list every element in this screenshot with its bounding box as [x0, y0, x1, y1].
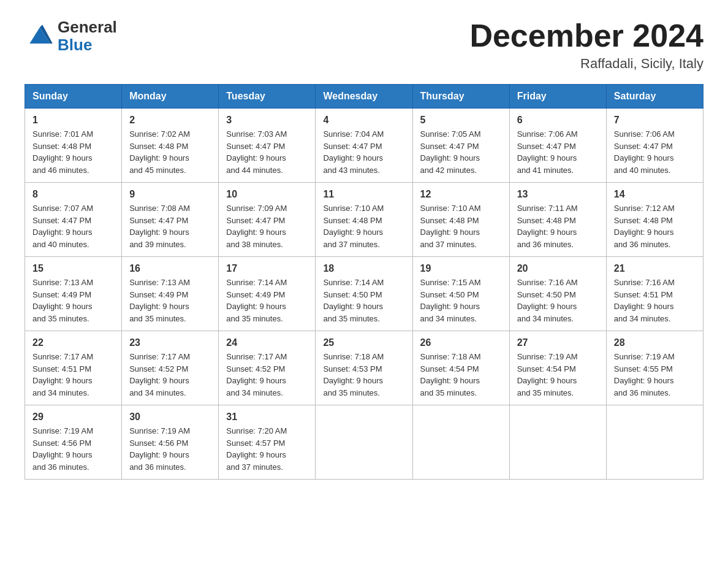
day-info: Sunrise: 7:12 AM Sunset: 4:48 PM Dayligh… — [614, 202, 696, 250]
day-info: Sunrise: 7:17 AM Sunset: 4:52 PM Dayligh… — [226, 351, 308, 399]
day-number: 23 — [129, 337, 211, 348]
calendar-cell: 26 Sunrise: 7:18 AM Sunset: 4:54 PM Dayl… — [412, 331, 509, 405]
day-number: 7 — [614, 115, 696, 126]
day-info: Sunrise: 7:04 AM Sunset: 4:47 PM Dayligh… — [323, 128, 404, 176]
calendar-cell — [606, 405, 703, 480]
day-info: Sunrise: 7:17 AM Sunset: 4:51 PM Dayligh… — [32, 351, 114, 399]
day-header-tuesday: Tuesday — [219, 85, 316, 109]
day-info: Sunrise: 7:06 AM Sunset: 4:47 PM Dayligh… — [517, 128, 599, 176]
calendar-cell: 14 Sunrise: 7:12 AM Sunset: 4:48 PM Dayl… — [606, 183, 703, 257]
day-number: 27 — [517, 337, 599, 348]
day-number: 10 — [226, 189, 308, 200]
calendar-cell: 29 Sunrise: 7:19 AM Sunset: 4:56 PM Dayl… — [25, 405, 122, 480]
day-number: 26 — [420, 337, 502, 348]
day-info: Sunrise: 7:19 AM Sunset: 4:55 PM Dayligh… — [614, 351, 696, 399]
logo-icon — [25, 21, 55, 52]
calendar-cell: 13 Sunrise: 7:11 AM Sunset: 4:48 PM Dayl… — [509, 183, 606, 257]
day-info: Sunrise: 7:06 AM Sunset: 4:47 PM Dayligh… — [614, 128, 696, 176]
calendar-cell: 5 Sunrise: 7:05 AM Sunset: 4:47 PM Dayli… — [412, 109, 509, 183]
title-area: December 2024 Raffadali, Sicily, Italy — [469, 18, 703, 72]
calendar-cell: 25 Sunrise: 7:18 AM Sunset: 4:53 PM Dayl… — [316, 331, 412, 405]
calendar-cell: 1 Sunrise: 7:01 AM Sunset: 4:48 PM Dayli… — [25, 109, 122, 183]
day-header-wednesday: Wednesday — [316, 85, 412, 109]
day-number: 1 — [32, 115, 114, 126]
day-info: Sunrise: 7:17 AM Sunset: 4:52 PM Dayligh… — [129, 351, 211, 399]
calendar-cell: 18 Sunrise: 7:14 AM Sunset: 4:50 PM Dayl… — [316, 257, 412, 331]
day-info: Sunrise: 7:08 AM Sunset: 4:47 PM Dayligh… — [129, 202, 211, 250]
calendar-week-row: 8 Sunrise: 7:07 AM Sunset: 4:47 PM Dayli… — [25, 183, 703, 257]
calendar-cell: 28 Sunrise: 7:19 AM Sunset: 4:55 PM Dayl… — [606, 331, 703, 405]
page-header: General Blue December 2024 Raffadali, Si… — [25, 18, 703, 72]
day-number: 20 — [517, 263, 599, 274]
day-info: Sunrise: 7:11 AM Sunset: 4:48 PM Dayligh… — [517, 202, 599, 250]
calendar-week-row: 29 Sunrise: 7:19 AM Sunset: 4:56 PM Dayl… — [25, 405, 703, 480]
day-number: 21 — [614, 263, 696, 274]
day-info: Sunrise: 7:02 AM Sunset: 4:48 PM Dayligh… — [129, 128, 211, 176]
day-info: Sunrise: 7:03 AM Sunset: 4:47 PM Dayligh… — [226, 128, 308, 176]
day-info: Sunrise: 7:14 AM Sunset: 4:50 PM Dayligh… — [323, 277, 404, 324]
day-header-monday: Monday — [122, 85, 219, 109]
day-info: Sunrise: 7:10 AM Sunset: 4:48 PM Dayligh… — [420, 202, 502, 250]
day-info: Sunrise: 7:16 AM Sunset: 4:51 PM Dayligh… — [614, 277, 696, 324]
day-info: Sunrise: 7:01 AM Sunset: 4:48 PM Dayligh… — [32, 128, 114, 176]
day-info: Sunrise: 7:13 AM Sunset: 4:49 PM Dayligh… — [129, 277, 211, 324]
logo: General Blue — [25, 18, 117, 53]
day-number: 25 — [323, 337, 404, 348]
day-number: 2 — [129, 115, 211, 126]
calendar-cell: 15 Sunrise: 7:13 AM Sunset: 4:49 PM Dayl… — [25, 257, 122, 331]
calendar-cell: 16 Sunrise: 7:13 AM Sunset: 4:49 PM Dayl… — [122, 257, 219, 331]
location-title: Raffadali, Sicily, Italy — [469, 56, 703, 72]
calendar-cell: 21 Sunrise: 7:16 AM Sunset: 4:51 PM Dayl… — [606, 257, 703, 331]
calendar-cell — [412, 405, 509, 480]
calendar-cell: 22 Sunrise: 7:17 AM Sunset: 4:51 PM Dayl… — [25, 331, 122, 405]
day-number: 14 — [614, 189, 696, 200]
day-number: 13 — [517, 189, 599, 200]
calendar-cell — [509, 405, 606, 480]
calendar-cell: 8 Sunrise: 7:07 AM Sunset: 4:47 PM Dayli… — [25, 183, 122, 257]
day-number: 29 — [32, 412, 114, 423]
calendar-cell: 2 Sunrise: 7:02 AM Sunset: 4:48 PM Dayli… — [122, 109, 219, 183]
day-number: 11 — [323, 189, 404, 200]
day-number: 4 — [323, 115, 404, 126]
calendar-cell: 11 Sunrise: 7:10 AM Sunset: 4:48 PM Dayl… — [316, 183, 412, 257]
calendar-cell: 30 Sunrise: 7:19 AM Sunset: 4:56 PM Dayl… — [122, 405, 219, 480]
day-number: 19 — [420, 263, 502, 274]
day-number: 22 — [32, 337, 114, 348]
calendar-cell: 27 Sunrise: 7:19 AM Sunset: 4:54 PM Dayl… — [509, 331, 606, 405]
calendar-cell: 20 Sunrise: 7:16 AM Sunset: 4:50 PM Dayl… — [509, 257, 606, 331]
logo-general-text: General — [58, 18, 117, 36]
day-info: Sunrise: 7:13 AM Sunset: 4:49 PM Dayligh… — [32, 277, 114, 324]
calendar-cell: 7 Sunrise: 7:06 AM Sunset: 4:47 PM Dayli… — [606, 109, 703, 183]
day-header-thursday: Thursday — [412, 85, 509, 109]
month-title: December 2024 — [469, 18, 703, 53]
day-info: Sunrise: 7:19 AM Sunset: 4:56 PM Dayligh… — [32, 425, 114, 473]
day-number: 8 — [32, 189, 114, 200]
logo-words: General Blue — [58, 18, 117, 53]
logo-blue-text: Blue — [58, 36, 117, 54]
day-number: 31 — [226, 412, 308, 423]
calendar-cell: 12 Sunrise: 7:10 AM Sunset: 4:48 PM Dayl… — [412, 183, 509, 257]
day-header-friday: Friday — [509, 85, 606, 109]
day-number: 15 — [32, 263, 114, 274]
calendar-cell: 24 Sunrise: 7:17 AM Sunset: 4:52 PM Dayl… — [219, 331, 316, 405]
day-header-sunday: Sunday — [25, 85, 122, 109]
calendar-cell: 23 Sunrise: 7:17 AM Sunset: 4:52 PM Dayl… — [122, 331, 219, 405]
day-number: 9 — [129, 189, 211, 200]
calendar-week-row: 1 Sunrise: 7:01 AM Sunset: 4:48 PM Dayli… — [25, 109, 703, 183]
day-info: Sunrise: 7:19 AM Sunset: 4:54 PM Dayligh… — [517, 351, 599, 399]
calendar-cell: 6 Sunrise: 7:06 AM Sunset: 4:47 PM Dayli… — [509, 109, 606, 183]
day-info: Sunrise: 7:14 AM Sunset: 4:49 PM Dayligh… — [226, 277, 308, 324]
day-number: 24 — [226, 337, 308, 348]
day-number: 3 — [226, 115, 308, 126]
day-info: Sunrise: 7:19 AM Sunset: 4:56 PM Dayligh… — [129, 425, 211, 473]
calendar-table: SundayMondayTuesdayWednesdayThursdayFrid… — [25, 84, 703, 480]
day-info: Sunrise: 7:18 AM Sunset: 4:53 PM Dayligh… — [323, 351, 404, 399]
day-number: 30 — [129, 412, 211, 423]
day-info: Sunrise: 7:20 AM Sunset: 4:57 PM Dayligh… — [226, 425, 308, 473]
day-number: 6 — [517, 115, 599, 126]
calendar-week-row: 15 Sunrise: 7:13 AM Sunset: 4:49 PM Dayl… — [25, 257, 703, 331]
day-number: 17 — [226, 263, 308, 274]
calendar-cell: 3 Sunrise: 7:03 AM Sunset: 4:47 PM Dayli… — [219, 109, 316, 183]
calendar-cell: 17 Sunrise: 7:14 AM Sunset: 4:49 PM Dayl… — [219, 257, 316, 331]
day-number: 12 — [420, 189, 502, 200]
